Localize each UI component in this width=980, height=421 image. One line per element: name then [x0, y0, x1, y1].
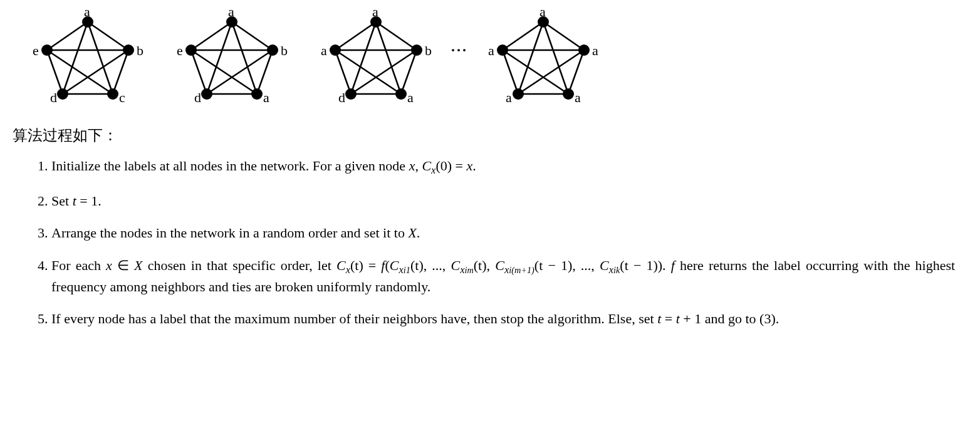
- step-text: For each: [51, 257, 106, 273]
- svg-line-48: [503, 50, 518, 94]
- step-2: Set t = 1.: [51, 192, 967, 210]
- svg-line-30: [376, 22, 417, 50]
- node-label: d: [194, 90, 201, 106]
- variable-x: x: [106, 257, 112, 273]
- step-text: = 1.: [76, 193, 102, 209]
- svg-point-28: [201, 88, 212, 100]
- sub-subscript: ik: [613, 265, 620, 275]
- sub-subscript: i1: [404, 265, 410, 275]
- svg-line-35: [376, 22, 401, 94]
- step-text: Arrange the nodes in the network in a ra…: [51, 225, 408, 241]
- svg-point-44: [330, 44, 341, 56]
- pentagon-graph-icon: [487, 6, 600, 107]
- svg-line-45: [543, 22, 584, 50]
- step-text: + 1: [680, 311, 701, 326]
- svg-line-37: [351, 50, 417, 94]
- svg-line-33: [335, 50, 351, 94]
- ellipsis: ···: [451, 42, 468, 59]
- node-label: a: [407, 90, 414, 106]
- svg-point-27: [251, 88, 263, 100]
- step-text: =: [363, 257, 382, 273]
- graph-4: a a a a a: [487, 6, 600, 107]
- svg-line-3: [47, 50, 63, 94]
- variable-x: x: [409, 158, 415, 174]
- svg-line-0: [88, 22, 128, 50]
- step-text: ,: [415, 158, 422, 174]
- svg-point-13: [57, 88, 68, 100]
- variable-X: X: [134, 257, 142, 273]
- svg-point-29: [185, 44, 197, 56]
- svg-point-42: [395, 88, 407, 100]
- svg-line-15: [232, 22, 273, 50]
- node-label: a: [488, 43, 494, 59]
- node-label: a: [540, 4, 546, 20]
- svg-line-34: [335, 22, 376, 50]
- svg-line-52: [518, 50, 584, 94]
- svg-line-51: [518, 22, 543, 94]
- step-text: chosen in that specific order, let: [143, 257, 336, 273]
- svg-line-36: [351, 22, 376, 94]
- variable-X: X: [408, 225, 416, 241]
- node-label: e: [177, 43, 183, 59]
- svg-point-57: [563, 88, 574, 100]
- pentagon-graph-icon: [320, 6, 432, 107]
- graph-sequence: a b c d e a b a d e a b a d: [13, 6, 967, 107]
- svg-point-56: [578, 44, 590, 56]
- svg-line-46: [568, 50, 584, 94]
- subscript: x: [399, 264, 404, 276]
- svg-line-18: [191, 50, 207, 94]
- svg-line-4: [47, 22, 88, 50]
- svg-line-39: [335, 50, 401, 94]
- node-label: b: [425, 43, 432, 59]
- step-text: .: [472, 158, 476, 174]
- step-1: Initialize the labels at all nodes in th…: [51, 157, 967, 178]
- svg-line-6: [63, 22, 88, 94]
- node-label: e: [33, 43, 39, 59]
- variable-C: C: [422, 158, 431, 174]
- step-text: (t − 1): [620, 257, 657, 273]
- pentagon-graph-icon: [31, 6, 144, 107]
- step-text: and go to (3).: [701, 311, 779, 326]
- step-text: .: [417, 225, 420, 241]
- svg-point-59: [497, 44, 508, 56]
- svg-line-19: [191, 22, 232, 50]
- sub-subscript: i(m+1): [509, 265, 534, 275]
- algorithm-steps-list: Initialize the labels at all nodes in th…: [13, 157, 967, 328]
- node-label: d: [50, 90, 57, 106]
- graph-1: a b c d e: [31, 6, 144, 107]
- node-label: a: [228, 4, 234, 20]
- step-text: (t): [474, 257, 487, 273]
- svg-line-31: [401, 50, 417, 94]
- step-text: (t): [410, 257, 424, 273]
- svg-point-14: [41, 44, 53, 56]
- node-label: b: [281, 43, 288, 59]
- graph-3: a b a d a: [320, 6, 432, 107]
- step-3: Arrange the nodes in the network in a ra…: [51, 224, 967, 242]
- svg-line-22: [207, 50, 273, 94]
- step-text: , ...,: [572, 257, 595, 273]
- step-text: If every node has a label that the maxim…: [51, 311, 657, 326]
- node-label: a: [506, 90, 512, 106]
- node-label: a: [321, 43, 327, 59]
- paren-close: ): [658, 257, 662, 273]
- node-label: a: [372, 4, 378, 20]
- variable-C: C: [451, 257, 460, 273]
- step-text: .: [662, 257, 671, 273]
- in-symbol: ∈: [112, 257, 134, 273]
- step-4: For each x ∈ X chosen in that specific o…: [51, 256, 967, 296]
- sub-subscript: im: [464, 265, 473, 275]
- node-label: a: [575, 90, 581, 106]
- svg-line-20: [232, 22, 257, 94]
- svg-point-43: [345, 88, 357, 100]
- svg-line-54: [503, 50, 568, 94]
- svg-line-9: [47, 50, 113, 94]
- step-text: Initialize the labels at all nodes in th…: [51, 158, 409, 174]
- node-label: c: [119, 90, 125, 106]
- subscript: x: [609, 264, 613, 276]
- variable-C: C: [600, 257, 609, 273]
- svg-line-21: [207, 22, 232, 94]
- step-text: (t): [350, 257, 363, 273]
- svg-line-5: [88, 22, 113, 94]
- svg-point-41: [411, 44, 422, 56]
- node-label: d: [338, 90, 345, 106]
